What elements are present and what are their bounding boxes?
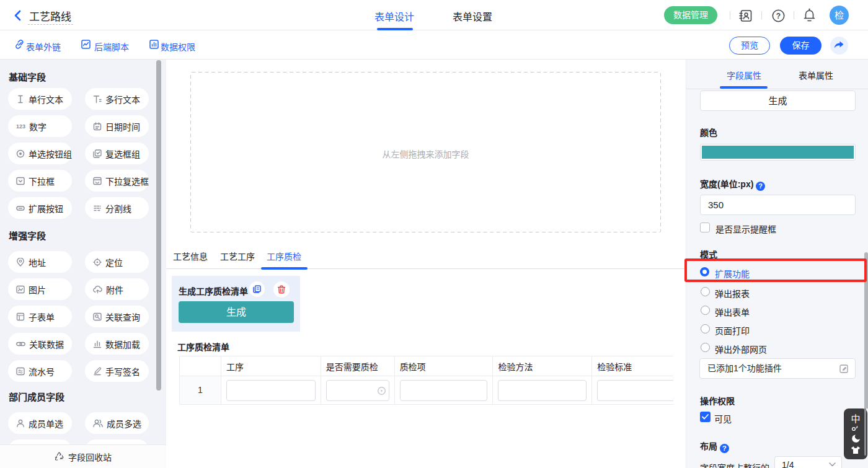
svg-text:?: ? (776, 12, 781, 20)
